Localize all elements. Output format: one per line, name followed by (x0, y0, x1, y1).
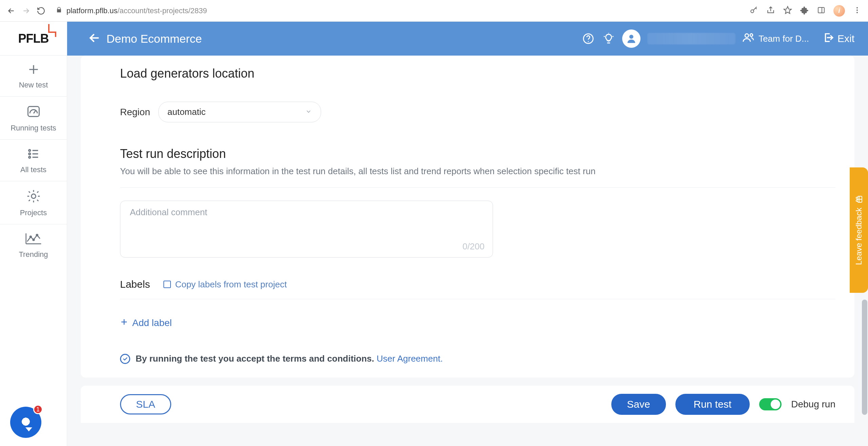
sidebar: PFLB New test Running tests All tests (0, 22, 67, 446)
extensions-icon[interactable] (800, 6, 809, 16)
chat-badge: 1 (33, 405, 43, 414)
gear-icon (26, 189, 41, 206)
copy-labels-label: Copy labels from test project (175, 279, 287, 290)
sidebar-item-all-tests[interactable]: All tests (0, 140, 67, 181)
lock-icon (56, 6, 62, 15)
sidebar-item-label: Running tests (11, 124, 56, 133)
chat-icon (19, 416, 32, 429)
nav-arrows (7, 6, 45, 15)
panel-icon[interactable] (817, 6, 825, 16)
plus-icon (27, 63, 40, 78)
main-content: Load generators location Region automati… (67, 56, 868, 446)
region-label: Region (120, 107, 150, 118)
sidebar-item-projects[interactable]: Projects (0, 181, 67, 224)
svg-point-12 (28, 156, 30, 158)
app-area: PFLB New test Running tests All tests (0, 22, 868, 446)
address-url: platform.pflb.us/account/test-projects/2… (66, 6, 207, 15)
back-icon[interactable] (7, 6, 16, 15)
svg-point-16 (33, 239, 34, 241)
forward-icon[interactable] (22, 6, 31, 15)
debug-label: Debug run (791, 399, 835, 410)
feedback-button[interactable]: Leave feedback (850, 167, 868, 293)
browser-chrome: platform.pflb.us/account/test-projects/2… (0, 0, 868, 22)
generators-title: Load generators location (120, 66, 835, 81)
region-select[interactable]: automatic (158, 102, 321, 122)
feedback-label: Leave feedback (854, 207, 864, 265)
svg-marker-1 (784, 6, 791, 14)
svg-point-21 (745, 34, 749, 37)
sidebar-item-running-tests[interactable]: Running tests (0, 97, 67, 140)
logo-accent-icon (48, 24, 60, 37)
debug-toggle[interactable] (759, 398, 782, 410)
app-logo[interactable]: PFLB (0, 22, 67, 56)
logo-text: PFLB (18, 32, 49, 45)
reload-icon[interactable] (37, 6, 45, 15)
exit-icon (823, 32, 834, 46)
terms-text-bold: By running the test you accept the terms… (136, 353, 377, 364)
terms-text: By running the test you accept the terms… (136, 353, 443, 364)
arrow-left-icon (87, 31, 101, 46)
sidebar-item-new-test[interactable]: New test (0, 56, 67, 97)
terms-check-icon[interactable] (120, 354, 130, 364)
settings-card: Load generators location Region automati… (81, 56, 854, 378)
address-bar[interactable]: platform.pflb.us/account/test-projects/2… (53, 6, 742, 15)
bottom-bar: SLA Save Run test Debug run (81, 386, 854, 423)
content-wrap: Demo Ecommerce Team for D... (67, 22, 868, 446)
svg-rect-2 (818, 7, 824, 13)
labels-title: Labels (120, 279, 150, 290)
trend-icon (25, 232, 42, 247)
topbar-actions: Team for D... Exit (581, 29, 854, 48)
svg-point-4 (856, 7, 858, 8)
svg-point-8 (28, 149, 30, 151)
labels-row: Labels Copy labels from test project (120, 279, 835, 290)
profile-avatar[interactable]: i (833, 5, 845, 17)
svg-point-15 (30, 236, 32, 238)
topbar: Demo Ecommerce Team for D... (67, 22, 868, 56)
team-selector[interactable]: Team for D... (742, 32, 809, 46)
sidebar-item-label: All tests (20, 165, 46, 174)
user-name-redacted (647, 33, 735, 44)
svg-point-14 (31, 194, 36, 199)
user-avatar[interactable] (622, 29, 640, 48)
url-path: /account/test-projects/2839 (117, 6, 207, 15)
user-agreement-link[interactable]: User Agreement. (377, 353, 443, 364)
svg-point-17 (36, 234, 38, 236)
sidebar-item-label: Trending (19, 250, 48, 259)
save-button[interactable]: Save (611, 394, 666, 415)
copy-labels-checkbox[interactable]: Copy labels from test project (163, 279, 287, 290)
svg-point-22 (750, 34, 753, 36)
divider (120, 187, 835, 188)
team-name: Team for D... (758, 34, 809, 44)
plus-icon (120, 318, 128, 328)
add-label-button[interactable]: Add label (120, 318, 835, 328)
region-value: automatic (167, 107, 206, 117)
sidebar-item-label: New test (19, 81, 48, 89)
project-title: Demo Ecommerce (106, 32, 202, 45)
checkbox-icon (163, 281, 171, 288)
comment-input[interactable]: Additional comment 0/200 (120, 201, 493, 258)
help-icon[interactable] (581, 32, 595, 45)
svg-point-19 (588, 41, 589, 42)
exit-button[interactable]: Exit (823, 32, 854, 46)
share-icon[interactable] (766, 6, 775, 16)
back-to-project[interactable]: Demo Ecommerce (87, 31, 202, 46)
scrollbar-thumb[interactable] (862, 300, 867, 415)
gift-icon (855, 195, 863, 204)
run-desc-title: Test run description (120, 147, 835, 161)
chat-widget[interactable]: 1 (10, 407, 41, 438)
key-icon[interactable] (749, 6, 758, 16)
region-row: Region automatic (120, 102, 835, 122)
more-icon[interactable] (853, 6, 861, 16)
tips-icon[interactable] (602, 32, 615, 45)
run-test-button[interactable]: Run test (675, 394, 750, 415)
star-icon[interactable] (783, 6, 792, 16)
comment-placeholder: Additional comment (130, 207, 207, 217)
description-block: Test run description You will be able to… (120, 147, 835, 177)
sidebar-item-trending[interactable]: Trending (0, 224, 67, 266)
sla-button[interactable]: SLA (120, 394, 171, 414)
list-icon (26, 147, 41, 163)
run-desc-sub: You will be able to see this information… (120, 165, 835, 177)
exit-label: Exit (837, 33, 854, 44)
sidebar-item-label: Projects (20, 208, 47, 217)
team-icon (742, 32, 754, 46)
